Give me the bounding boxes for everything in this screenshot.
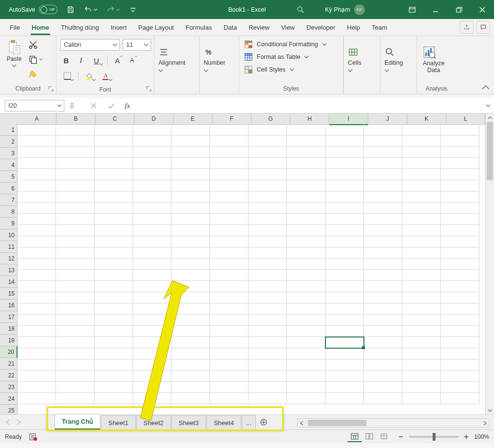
sheet-tab[interactable]: Sheet3 (171, 415, 206, 429)
cell[interactable] (441, 203, 479, 214)
cell[interactable] (95, 191, 133, 203)
cell[interactable] (171, 203, 210, 214)
cell[interactable] (210, 326, 248, 337)
cell[interactable] (210, 158, 248, 169)
row-header[interactable]: 14 (0, 276, 18, 288)
zoom-level[interactable]: 100% (474, 433, 489, 440)
fill-handle[interactable] (362, 346, 365, 349)
cell[interactable] (287, 236, 325, 247)
cell[interactable] (364, 169, 402, 180)
cell[interactable] (18, 259, 56, 270)
font-size-select[interactable]: 11 (123, 39, 151, 51)
cell[interactable] (95, 203, 133, 214)
cell[interactable] (133, 382, 171, 393)
row-header[interactable]: 8 (0, 206, 18, 218)
column-header[interactable]: C (95, 113, 134, 125)
cell[interactable] (18, 303, 56, 315)
cell[interactable] (133, 158, 171, 169)
cell[interactable] (325, 191, 364, 203)
copy-icon[interactable] (28, 55, 43, 64)
zoom-handle[interactable] (433, 433, 436, 441)
cell[interactable] (95, 247, 133, 259)
cell[interactable] (325, 315, 364, 326)
cell[interactable] (402, 359, 441, 371)
cell[interactable] (95, 236, 133, 247)
tab-page-layout[interactable]: Page Layout (133, 19, 180, 36)
cell[interactable] (56, 203, 95, 214)
cell[interactable] (248, 393, 287, 404)
cell[interactable] (287, 191, 325, 203)
cell[interactable] (364, 259, 402, 270)
cell[interactable] (95, 135, 133, 147)
horizontal-scrollbar[interactable] (297, 418, 489, 428)
share-icon[interactable] (460, 21, 474, 34)
cell[interactable] (18, 236, 56, 247)
cell[interactable] (325, 135, 364, 147)
cell[interactable] (441, 270, 479, 281)
row-header[interactable]: 18 (0, 323, 18, 335)
cell[interactable] (441, 281, 479, 292)
cell[interactable] (210, 281, 248, 292)
cell[interactable] (441, 292, 479, 303)
column-header[interactable]: E (173, 113, 212, 125)
cell[interactable] (402, 303, 441, 315)
cell[interactable] (56, 124, 95, 135)
ribbon-display-options-icon[interactable] (400, 0, 424, 19)
cell[interactable] (18, 315, 56, 326)
cell[interactable] (18, 371, 56, 382)
cell[interactable] (95, 382, 133, 393)
cell[interactable] (325, 158, 364, 169)
cell[interactable] (95, 259, 133, 270)
alignment-button[interactable]: Alignment (154, 36, 199, 83)
cell[interactable] (210, 348, 248, 359)
format-painter-icon[interactable] (28, 69, 38, 79)
cell[interactable] (402, 236, 441, 247)
column-header[interactable]: B (57, 113, 95, 125)
cell[interactable] (56, 225, 95, 236)
tab-team[interactable]: Team (366, 19, 393, 36)
new-sheet-icon[interactable] (258, 417, 269, 428)
cell[interactable] (248, 292, 287, 303)
cell[interactable] (95, 371, 133, 382)
cell[interactable] (56, 191, 95, 203)
cell[interactable] (133, 225, 171, 236)
cell[interactable] (402, 158, 441, 169)
cell[interactable] (18, 270, 56, 281)
row-header[interactable]: 23 (0, 381, 18, 393)
cell[interactable] (402, 214, 441, 225)
cell[interactable] (402, 225, 441, 236)
bold-button[interactable]: B (60, 55, 72, 66)
cell[interactable] (133, 259, 171, 270)
cell[interactable] (18, 135, 56, 147)
cell[interactable] (287, 203, 325, 214)
cell[interactable] (133, 135, 171, 147)
cell[interactable] (441, 348, 479, 359)
cell[interactable] (325, 225, 364, 236)
cell[interactable] (18, 225, 56, 236)
cell[interactable] (171, 326, 210, 337)
row-header[interactable]: 3 (0, 148, 18, 159)
cell[interactable] (325, 348, 364, 359)
cell[interactable] (56, 147, 95, 158)
view-page-break-icon[interactable] (377, 431, 391, 442)
cell[interactable] (95, 303, 133, 315)
cell[interactable] (56, 158, 95, 169)
sheet-tab[interactable]: Sheet2 (136, 415, 171, 429)
cell[interactable] (133, 270, 171, 281)
cell[interactable] (248, 135, 287, 147)
cell[interactable] (133, 191, 171, 203)
row-header[interactable]: 4 (0, 159, 18, 171)
scroll-thumb[interactable] (308, 420, 366, 426)
tab-view[interactable]: View (275, 19, 301, 36)
sheet-tab[interactable]: Sheet1 (101, 415, 135, 429)
cell[interactable] (402, 371, 441, 382)
cell[interactable] (441, 382, 479, 393)
row-header[interactable]: 6 (0, 183, 18, 194)
cell[interactable] (364, 382, 402, 393)
cell[interactable] (364, 359, 402, 371)
cell[interactable] (133, 169, 171, 180)
cell[interactable] (171, 135, 210, 147)
expand-formula-bar-icon[interactable] (482, 103, 494, 109)
cell[interactable] (364, 281, 402, 292)
cell[interactable] (171, 180, 210, 191)
